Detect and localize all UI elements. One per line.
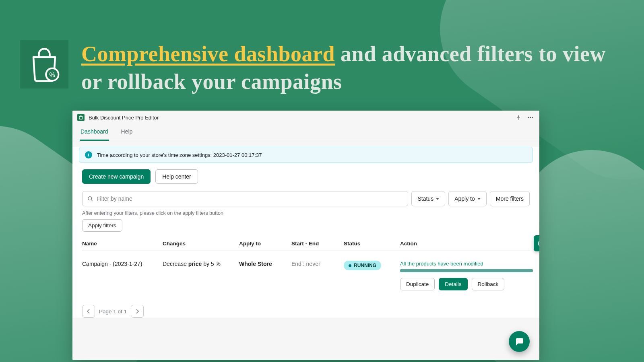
cell-changes: Decrease price by 5 % [163, 261, 239, 267]
col-applyto: Apply to [239, 241, 291, 247]
col-status: Status [344, 241, 400, 247]
app-tabs: Dashboard Help [72, 124, 539, 141]
applyto-filter-label: Apply to [454, 195, 475, 202]
more-icon[interactable] [526, 113, 535, 121]
svg-point-2 [528, 117, 529, 118]
next-page-button[interactable] [131, 305, 144, 318]
pagination: Page 1 of 1 [82, 305, 530, 318]
chevron-left-icon [87, 309, 91, 314]
col-changes: Changes [163, 241, 239, 247]
status-filter-label: Status [417, 195, 433, 202]
timezone-alert: i Time according to your store's time zo… [79, 147, 533, 163]
svg-text:%: % [50, 71, 55, 78]
col-action: Action [400, 241, 530, 247]
svg-line-6 [91, 200, 93, 201]
app-window: Bulk Discount Price Pro Editor Dashboard… [72, 111, 539, 360]
applyto-filter-button[interactable]: Apply to [448, 191, 487, 206]
filters-note: After entering your filters, please clic… [82, 210, 530, 216]
chat-widget-button[interactable] [509, 331, 530, 352]
prev-page-button[interactable] [82, 305, 95, 318]
question-icon [538, 239, 539, 247]
filter-name-input[interactable] [97, 195, 403, 202]
cell-status: RUNNING [344, 261, 400, 270]
action-message: All the products have been modified [400, 261, 533, 267]
progress-bar [400, 269, 533, 272]
col-name: Name [82, 241, 163, 247]
chevron-right-icon [135, 309, 139, 314]
table-row: Campaign - (2023-1-27) Decrease price by… [82, 251, 530, 294]
info-icon: i [85, 151, 92, 158]
col-startend: Start - End [291, 241, 344, 247]
svg-point-4 [532, 117, 533, 118]
app-title: Bulk Discount Price Pro Editor [89, 115, 159, 121]
alert-text: Time according to your store's time zone… [97, 152, 262, 158]
more-filters-label: More filters [496, 195, 524, 202]
floating-help-button[interactable] [534, 235, 539, 251]
help-center-button[interactable]: Help center [155, 169, 198, 184]
details-button[interactable]: Details [439, 278, 467, 290]
page-label: Page 1 of 1 [99, 309, 127, 315]
table-header: Name Changes Apply to Start - End Status… [82, 241, 530, 251]
status-filter-button[interactable]: Status [411, 191, 445, 206]
tab-dashboard[interactable]: Dashboard [80, 124, 109, 141]
svg-point-5 [88, 196, 92, 200]
chat-icon [514, 337, 524, 346]
hero-headline: Comprehensive dashboard and advanced fil… [81, 40, 625, 96]
rollback-button[interactable]: Rollback [472, 278, 505, 290]
chevron-down-icon [477, 198, 481, 200]
pin-icon[interactable] [514, 113, 522, 121]
chevron-down-icon [436, 198, 439, 200]
app-logo-icon [77, 114, 85, 121]
svg-point-7 [539, 240, 539, 247]
app-titlebar: Bulk Discount Price Pro Editor [72, 111, 539, 124]
more-filters-button[interactable]: More filters [490, 191, 530, 206]
cell-action: All the products have been modified Dupl… [400, 261, 533, 290]
status-badge-running: RUNNING [344, 261, 381, 270]
duplicate-button[interactable]: Duplicate [400, 278, 435, 290]
create-campaign-button[interactable]: Create new campaign [82, 169, 151, 184]
hero-headline-accent: Comprehensive dashboard [81, 42, 335, 66]
apply-filters-button[interactable]: Apply filters [82, 219, 122, 232]
hero-bag-icon: % [20, 40, 68, 88]
svg-point-3 [530, 117, 531, 118]
cell-startend: End : never [291, 261, 344, 267]
filter-search[interactable] [82, 191, 408, 206]
cell-applyto: Whole Store [239, 261, 291, 267]
cell-name: Campaign - (2023-1-27) [82, 261, 163, 267]
search-icon [87, 196, 93, 202]
tab-help[interactable]: Help [120, 124, 134, 141]
